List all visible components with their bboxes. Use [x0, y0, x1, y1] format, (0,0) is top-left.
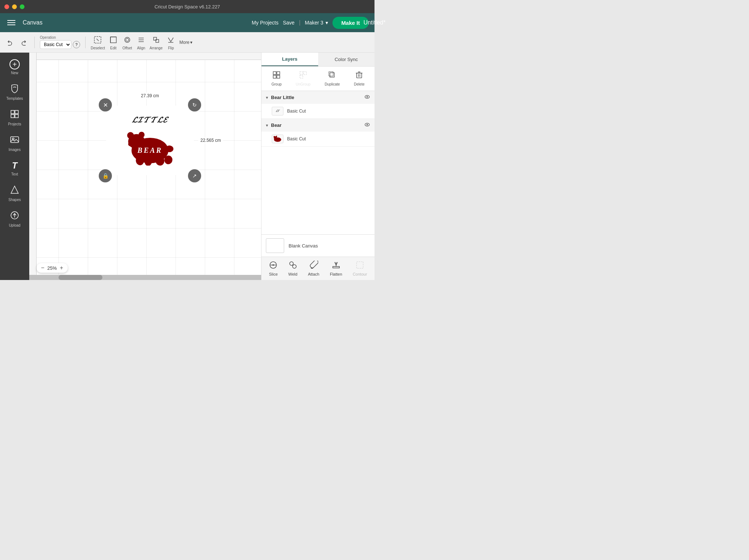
edit-group: Edit [108, 34, 119, 50]
save-button[interactable]: Save [283, 20, 294, 26]
weld-icon [289, 261, 297, 271]
operation-label: Operation [40, 35, 80, 39]
close-handle[interactable]: ✕ [99, 98, 112, 111]
deselect-button[interactable] [92, 34, 103, 45]
tab-layers[interactable]: Layers [261, 53, 318, 66]
bottom-action-bar: Slice Weld Attach Flatten [261, 257, 374, 280]
machine-label: Maker 3 [305, 20, 324, 26]
app-title: Cricut Design Space v6.12.227 [154, 4, 220, 10]
sidebar-item-new[interactable]: + New [0, 56, 29, 79]
attach-action[interactable]: Attach [304, 259, 323, 278]
canvas-scrollbar[interactable] [29, 275, 261, 280]
svg-rect-41 [330, 73, 334, 77]
sidebar-upload-label: Upload [9, 223, 20, 227]
sidebar-item-images[interactable]: Images [0, 131, 29, 155]
sidebar-item-templates[interactable]: Templates [0, 80, 29, 104]
toolbar-separator-2 [85, 37, 86, 48]
deselect-group: Deselect [91, 34, 105, 50]
ungroup-tool[interactable]: UnGroup [293, 69, 314, 88]
canvas-area[interactable]: 𝓛𝓘𝓣𝓣𝓛𝓔 [29, 53, 261, 280]
svg-rect-17 [11, 137, 19, 143]
attach-icon [309, 261, 318, 271]
group-icon [272, 71, 281, 81]
weld-action[interactable]: Weld [285, 259, 301, 278]
layer-group-bear-little: ▾ Bear Little 𝓛𝓣 Basic Cut [261, 91, 374, 119]
group-tool[interactable]: Group [268, 69, 285, 88]
operation-select[interactable]: Basic Cut [40, 40, 71, 49]
layer-item-bear-cut[interactable]: Basic Cut [261, 132, 374, 146]
layers-content: ▾ Bear Little 𝓛𝓣 Basic Cut ▾ Bear [261, 91, 374, 234]
rotate-handle[interactable]: ↻ [188, 98, 201, 111]
resize-handle[interactable]: ↗ [188, 169, 201, 182]
flatten-action[interactable]: Flatten [326, 259, 346, 278]
deselect-label: Deselect [91, 46, 105, 50]
flip-button[interactable] [165, 34, 176, 45]
redo-button[interactable] [18, 37, 29, 48]
traffic-lights [4, 4, 25, 9]
slice-action[interactable]: Slice [265, 259, 281, 278]
bear-artwork: 𝓛𝓘𝓣𝓣𝓛𝓔 [106, 106, 194, 175]
more-button[interactable]: More ▾ [179, 40, 192, 45]
edit-label: Edit [110, 46, 116, 50]
right-panel: Layers Color Sync Group UnGroup [261, 53, 374, 280]
lock-handle[interactable]: 🔒 [99, 169, 112, 182]
sidebar-item-upload[interactable]: Upload [0, 207, 29, 231]
bear-cut-label: Basic Cut [287, 136, 306, 141]
zoom-in-button[interactable]: + [60, 265, 63, 271]
scrollbar-thumb[interactable] [59, 275, 102, 280]
delete-tool[interactable]: Delete [351, 69, 368, 88]
align-group: Align [136, 34, 147, 50]
visibility-bear-little-button[interactable] [364, 94, 370, 101]
arrange-button[interactable] [151, 34, 162, 45]
tab-color-sync[interactable]: Color Sync [318, 53, 375, 66]
svg-rect-38 [300, 72, 303, 75]
layer-group-header-bear-little[interactable]: ▾ Bear Little [261, 91, 374, 104]
contour-label: Contour [353, 272, 367, 276]
flatten-label: Flatten [330, 272, 342, 276]
maximize-button[interactable] [20, 4, 25, 9]
hamburger-button[interactable] [6, 19, 17, 27]
svg-point-5 [125, 37, 130, 42]
sidebar-images-label: Images [9, 148, 21, 152]
svg-line-1 [97, 39, 99, 41]
minimize-button[interactable] [12, 4, 17, 9]
images-icon [10, 135, 19, 146]
svg-point-31 [165, 145, 173, 152]
more-label: More [179, 40, 189, 45]
svg-rect-63 [357, 262, 363, 268]
edit-button[interactable] [108, 34, 119, 45]
align-label: Align [137, 46, 145, 50]
operation-help-button[interactable]: ? [73, 41, 80, 48]
expand-bear-little-icon: ▾ [266, 95, 268, 100]
svg-rect-36 [273, 75, 276, 78]
canvas-selected-object[interactable]: 𝓛𝓘𝓣𝓣𝓛𝓔 [106, 106, 194, 175]
svg-rect-16 [15, 114, 18, 118]
close-button[interactable] [4, 4, 9, 9]
duplicate-label: Duplicate [325, 82, 340, 86]
shapes-icon [10, 185, 19, 196]
projects-icon [10, 109, 19, 121]
zoom-out-button[interactable]: − [41, 265, 44, 271]
zoom-level-display: 25% [47, 265, 57, 271]
undo-button[interactable] [4, 37, 15, 48]
layer-group-header-bear[interactable]: ▾ Bear [261, 119, 374, 132]
my-projects-button[interactable]: My Projects [252, 20, 278, 26]
sidebar-text-label: Text [11, 172, 18, 176]
machine-selector[interactable]: Maker 3 ▾ [305, 20, 328, 26]
duplicate-tool[interactable]: Duplicate [322, 69, 343, 88]
sidebar-item-projects[interactable]: Projects [0, 106, 29, 130]
layer-item-bear-little-cut[interactable]: 𝓛𝓣 Basic Cut [261, 104, 374, 118]
sidebar-item-shapes[interactable]: Shapes [0, 181, 29, 205]
ruler-vertical [29, 53, 37, 280]
arrange-label: Arrange [150, 46, 163, 50]
sidebar-item-text[interactable]: T Text [0, 157, 29, 180]
offset-button[interactable] [122, 34, 133, 45]
svg-rect-15 [11, 114, 14, 118]
svg-point-49 [366, 96, 368, 98]
align-button[interactable] [136, 34, 147, 45]
svg-rect-61 [333, 266, 339, 268]
svg-point-51 [366, 124, 368, 125]
visibility-bear-button[interactable] [364, 122, 370, 129]
bear-little-cut-label: Basic Cut [287, 109, 306, 114]
ruler-horizontal [29, 53, 261, 60]
